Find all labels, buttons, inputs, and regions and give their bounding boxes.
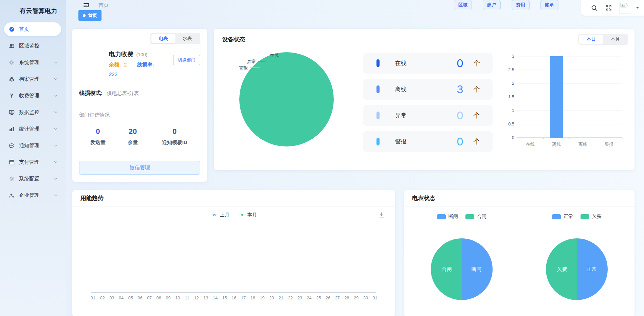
topbar-button-费用[interactable]: 费用: [512, 0, 530, 10]
monitor-icon: [9, 110, 15, 115]
topbar-tools: [581, 0, 644, 16]
sidebar-item-label: 支付管理: [19, 159, 39, 165]
sms-stats: 0发送量20余量0通知模板ID: [79, 127, 200, 146]
sms-manage-button[interactable]: 短信管理: [79, 161, 200, 175]
sms-stat-value: 0: [150, 127, 199, 136]
chevron-down-icon: [54, 160, 58, 164]
tab-home[interactable]: 首页: [78, 10, 102, 21]
dot-icon: [83, 14, 86, 17]
device-status-card: 设备状态 本日 本月 在线异常警报 在线0个离线3个异常0个警报0个 00.51…: [214, 29, 634, 170]
legend-item-上月[interactable]: 上月: [211, 212, 229, 218]
legend-item-合闸[interactable]: 合闸: [465, 214, 486, 220]
avatar[interactable]: [620, 2, 631, 14]
sidebar-item-档案管理[interactable]: 档案管理: [4, 72, 61, 86]
sms-stat-value: 20: [115, 127, 150, 136]
x-tick-label: 11: [183, 296, 191, 300]
legend-item-欠费[interactable]: 欠费: [581, 214, 602, 220]
topbar-button-建户[interactable]: 建户: [483, 0, 501, 10]
sidebar-item-通知管理[interactable]: 通知管理: [4, 139, 61, 152]
device-status-row: 警报0个: [363, 131, 493, 152]
svg-text:警报: 警报: [605, 142, 613, 147]
dropdown-caret-icon[interactable]: [636, 6, 639, 9]
x-tick-label: 15: [221, 296, 228, 300]
topbar-button-账单[interactable]: 账单: [540, 0, 558, 10]
status-unit: 个: [474, 59, 480, 68]
svg-text:2.5: 2.5: [508, 67, 514, 72]
sidebar-item-label: 统计管理: [19, 126, 39, 132]
fullscreen-icon[interactable]: [605, 4, 612, 11]
sms-stat-label: 通知模板ID: [150, 139, 199, 146]
x-tick-label: 20: [268, 296, 275, 300]
pie-slice-label: 正常: [587, 266, 597, 273]
status-pill-icon: [376, 112, 380, 119]
legend-label: 正常: [564, 214, 573, 220]
energy-legend: 上月本月: [211, 212, 257, 218]
x-tick-label: 26: [324, 296, 332, 300]
x-tick-label: 06: [136, 296, 144, 300]
tab-electric-meter[interactable]: 电表: [151, 34, 176, 43]
status-label: 离线: [395, 85, 407, 93]
sidebar-item-企业管理[interactable]: 企业管理: [4, 189, 61, 202]
pie-slice-offline: [239, 52, 334, 146]
toggle-this-month[interactable]: 本月: [603, 35, 627, 44]
pie-legend: 正常欠费: [552, 213, 602, 221]
sms-stat: 0发送量: [80, 127, 115, 146]
status-unit: 个: [474, 111, 480, 120]
x-tick-label: 22: [287, 296, 294, 300]
row-2: 用能趋势 上月本月 010203040506070809101112131415…: [72, 190, 634, 316]
sidebar-item-统计管理[interactable]: 统计管理: [4, 122, 61, 136]
tag-bar: 首页: [66, 10, 644, 21]
yen-icon: ¥: [9, 93, 15, 99]
user-gear-icon: [9, 193, 15, 198]
x-tick-label: 02: [99, 296, 106, 300]
legend-item-断闸[interactable]: 断闸: [437, 214, 458, 220]
status-unit: 个: [474, 137, 480, 146]
sidebar-menu: 首页区域监控系统管理档案管理¥收费管理数据监控统计管理通知管理支付管理系统配置企…: [0, 22, 66, 202]
line-chart-area: [72, 222, 395, 292]
bars-icon: [9, 126, 15, 132]
sidebar-item-label: 档案管理: [19, 76, 39, 82]
topbar-button-区域[interactable]: 区域: [454, 0, 472, 10]
bar-chart: 00.511.522.53在线离线离线警报: [504, 52, 626, 150]
sidebar-item-区域监控[interactable]: 区域监控: [4, 39, 61, 53]
chat-icon: [9, 143, 15, 149]
balance-label: 余额:: [109, 62, 121, 67]
line-marker-icon: [211, 214, 218, 216]
device-status-row: 异常0个: [363, 105, 493, 126]
tab-home-label: 首页: [88, 13, 97, 19]
x-tick-label: 03: [108, 296, 115, 300]
sidebar-item-系统管理[interactable]: 系统管理: [4, 56, 61, 69]
sms-stat: 20余量: [115, 127, 150, 146]
collapse-sidebar-icon[interactable]: [83, 2, 90, 8]
sidebar-item-数据监控[interactable]: 数据监控: [4, 105, 61, 119]
toggle-today[interactable]: 本日: [579, 35, 603, 44]
svg-text:离线: 离线: [552, 142, 561, 147]
x-tick-label: 28: [343, 296, 351, 300]
sidebar-item-收费管理[interactable]: ¥收费管理: [4, 89, 61, 102]
x-tick-label: 10: [174, 296, 181, 300]
users-icon: [9, 43, 15, 49]
divider: [79, 106, 200, 106]
legend-label: 上月: [220, 212, 229, 218]
sidebar-item-首页[interactable]: 首页: [4, 22, 61, 36]
balance-value: 2: [124, 62, 127, 67]
x-tick-label: 05: [127, 296, 134, 300]
chevron-down-icon: [54, 110, 58, 114]
status-value: 0: [457, 57, 463, 70]
download-icon[interactable]: [378, 212, 385, 220]
tab-water-meter[interactable]: 水表: [176, 34, 200, 43]
billing-info: 电力收费 (100) 余额: 2 线损率: 222: [109, 50, 154, 77]
billing-card: 电表 水表 电力收费 (100) 余额: 2 线损率:: [72, 29, 207, 182]
search-icon[interactable]: [591, 4, 598, 12]
status-value: 3: [457, 83, 463, 96]
chevron-down-icon: [54, 94, 58, 98]
sidebar-item-支付管理[interactable]: 支付管理: [4, 155, 61, 169]
legend-item-本月[interactable]: 本月: [238, 212, 257, 218]
switch-department-button[interactable]: 切换部门: [173, 55, 200, 65]
x-tick-label: 18: [249, 296, 257, 300]
legend-item-正常[interactable]: 正常: [552, 214, 573, 220]
chevron-down-icon: [54, 60, 58, 64]
status-label: 在线: [395, 59, 407, 67]
sidebar-item-系统配置[interactable]: 系统配置: [4, 172, 61, 185]
device-pie-chart: 在线异常警报: [222, 47, 351, 159]
